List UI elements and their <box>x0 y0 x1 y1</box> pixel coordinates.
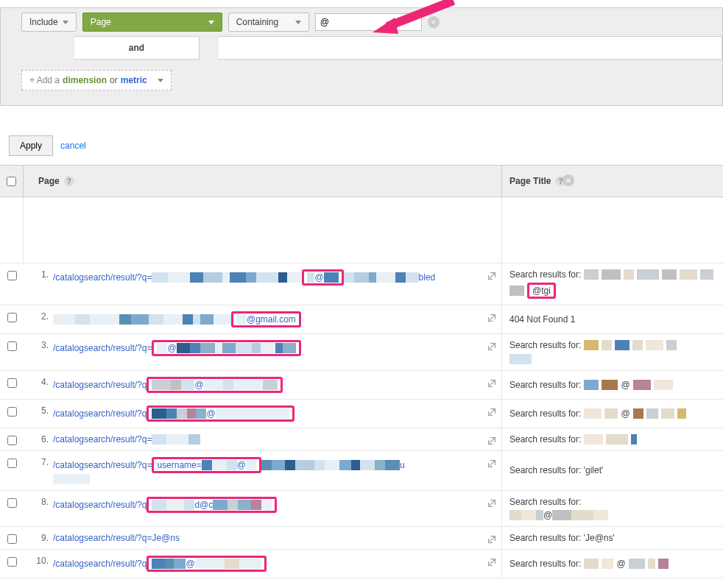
highlight-annotation: @tgi <box>527 283 556 299</box>
page-link[interactable]: /catalogsearch/result/?q <box>53 500 147 510</box>
page-link-suffix[interactable]: bled <box>419 272 436 283</box>
highlight-annotation: d@c <box>147 497 277 513</box>
row-checkbox[interactable] <box>7 378 17 388</box>
external-link-icon[interactable] <box>487 557 497 567</box>
row-number: 10. <box>31 556 53 566</box>
highlight-annotation: @ <box>147 377 282 393</box>
help-icon[interactable]: ? <box>64 176 74 186</box>
at-text: @gmail.com <box>247 314 296 325</box>
row-number: 6. <box>31 434 53 444</box>
cancel-link[interactable]: cancel <box>60 141 86 151</box>
at-text: @ <box>167 343 176 353</box>
and-condition-empty[interactable] <box>219 36 722 60</box>
page-link[interactable]: /catalogsearch/result/?q <box>53 380 147 390</box>
external-link-icon[interactable] <box>487 341 497 352</box>
row-checkbox[interactable] <box>7 313 17 322</box>
title-text: Search results for: 'Je@ns' <box>509 533 615 543</box>
add-prefix: + Add a <box>29 75 60 85</box>
and-condition-tab[interactable]: and <box>74 36 200 60</box>
title-text: Search results for: <box>509 269 581 280</box>
title-text: Search results for: <box>509 434 581 444</box>
add-dim-word: dimension <box>63 75 107 85</box>
filter-panel: Include Page Containing × and + Add a <box>0 7 723 106</box>
title-text: Search results for: <box>509 380 581 390</box>
table-header: Page ? Page Title ? × <box>0 166 723 197</box>
row-number: 9. <box>31 533 53 543</box>
caret-down-icon <box>63 21 68 24</box>
add-metric-word: metric <box>121 75 147 85</box>
highlight-annotation: username=@ <box>152 457 261 473</box>
title-text: 404 Not Found 1 <box>509 314 575 325</box>
row-checkbox[interactable] <box>7 534 17 544</box>
highlight-annotation: @ <box>302 269 343 286</box>
page-link[interactable]: /catalogsearch/result/?q <box>53 408 147 419</box>
row-checkbox[interactable] <box>7 557 17 567</box>
external-link-icon[interactable] <box>487 378 497 389</box>
at-text: @ <box>237 460 246 470</box>
page-suffix: u <box>400 460 405 470</box>
remove-column-icon[interactable]: × <box>562 174 574 186</box>
table-row: 2. @gmail.com 404 Not Found 1 <box>0 305 723 334</box>
dimension-label: Page <box>91 17 111 27</box>
and-label: and <box>129 43 144 53</box>
add-dimension-button[interactable]: + Add a dimension or metric <box>21 70 172 91</box>
table-row: 3. /catalogsearch/result/?q= @ Search re… <box>0 334 723 371</box>
add-or: or <box>110 75 118 85</box>
page-link[interactable]: /catalogsearch/result/?q= <box>53 343 152 353</box>
include-dropdown[interactable]: Include <box>21 13 77 32</box>
external-link-icon[interactable] <box>487 313 497 323</box>
row-checkbox[interactable] <box>7 407 17 417</box>
highlight-annotation: @ <box>147 556 266 572</box>
dimension-dropdown[interactable]: Page <box>82 13 222 32</box>
table-row: 5. /catalogsearch/result/?q @ Search res… <box>0 400 723 428</box>
external-link-icon[interactable] <box>487 436 497 446</box>
select-all-checkbox[interactable] <box>7 177 16 186</box>
caret-down-icon <box>208 21 214 24</box>
title-text: Search results for: <box>509 497 581 507</box>
external-link-icon[interactable] <box>487 407 497 417</box>
table-row: 1. /catalogsearch/result/?q= @ bled Sear… <box>0 263 723 305</box>
at-text: @ <box>186 559 194 569</box>
match-type-dropdown[interactable]: Containing <box>228 13 309 32</box>
row-checkbox[interactable] <box>7 271 17 280</box>
external-link-icon[interactable] <box>487 498 497 509</box>
table-row: 10. /catalogsearch/result/?q @ Search re… <box>0 550 723 578</box>
apply-button[interactable]: Apply <box>9 135 53 156</box>
title-at: @tgi <box>532 286 551 296</box>
row-number: 1. <box>31 269 53 280</box>
filter-value-input[interactable] <box>315 13 422 31</box>
username-text: username= <box>157 460 201 470</box>
results-table: Page ? Page Title ? × 1. /catalogsearch/… <box>0 165 723 578</box>
external-link-icon[interactable] <box>487 534 497 545</box>
page-link[interactable]: /catalogsearch/result/?q= <box>53 434 152 444</box>
title-text: Search results for: <box>509 559 581 569</box>
page-link[interactable]: /catalogsearch/result/?q <box>53 559 147 569</box>
col-title-label: Page Title <box>509 176 551 186</box>
title-text: Search results for: <box>509 408 581 419</box>
highlight-annotation: @ <box>152 340 300 356</box>
row-number: 3. <box>31 340 53 350</box>
title-text: Search results for: <box>509 340 581 350</box>
row-number: 5. <box>31 405 53 416</box>
external-link-icon[interactable] <box>487 458 497 469</box>
clear-filter-icon[interactable]: × <box>428 16 440 28</box>
table-row: 6. /catalogsearch/result/?q= Search resu… <box>0 428 723 451</box>
row-checkbox[interactable] <box>7 498 17 508</box>
row-checkbox[interactable] <box>7 341 17 351</box>
page-link[interactable]: /catalogsearch/result/?q= <box>53 460 152 470</box>
at-text: @ <box>314 272 323 283</box>
row-number: 2. <box>31 311 53 322</box>
include-label: Include <box>29 17 58 27</box>
row-number: 4. <box>31 377 53 387</box>
row-checkbox[interactable] <box>7 436 17 445</box>
at-text: @ <box>206 408 215 419</box>
page-link[interactable]: /catalogsearch/result/?q= <box>53 272 152 283</box>
row-checkbox[interactable] <box>7 458 17 468</box>
external-link-icon[interactable] <box>487 271 497 281</box>
col-page-label: Page <box>38 176 60 186</box>
page-link[interactable]: /catalogsearch/result/?q=Je@ns <box>53 533 180 543</box>
column-header-page-title[interactable]: Page Title ? × <box>502 166 723 196</box>
at-text: d@c <box>194 500 213 510</box>
row-number: 7. <box>31 457 53 467</box>
column-header-page[interactable]: Page ? <box>24 166 502 196</box>
